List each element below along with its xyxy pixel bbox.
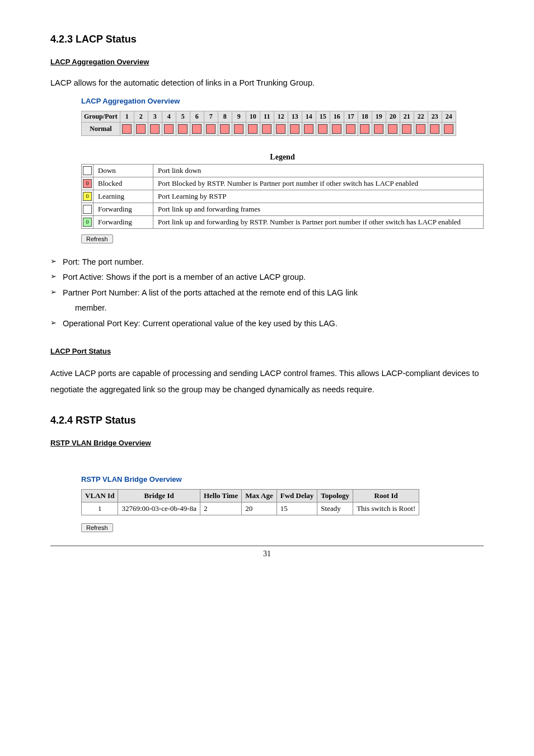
- rstp-cell: 32769:00-03-ce-0b-49-8a: [118, 503, 200, 515]
- para-lacp-port: Active LACP ports are capable of process…: [50, 365, 484, 398]
- bullet-partner-port-l2: member.: [75, 300, 484, 316]
- heading-4-2-3: 4.2.3 LACP Status: [50, 34, 484, 45]
- legend-row: 0ForwardingPort link up and forwarding b…: [82, 215, 484, 228]
- agg-port-hdr: 13: [288, 111, 302, 122]
- legend-state: Forwarding: [93, 203, 153, 215]
- figure-title-agg: LACP Aggregation Overview: [81, 97, 484, 105]
- agg-port-cell: [428, 122, 442, 135]
- rstp-col-hdr: Bridge Id: [118, 490, 200, 503]
- legend-desc: Port link up and forwarding frames: [153, 203, 484, 215]
- rstp-col-hdr: Max Age: [242, 490, 277, 503]
- legend-row: 0LearningPort Learning by RSTP: [82, 190, 484, 203]
- port-status-icon: [318, 124, 327, 134]
- port-status-icon: [360, 124, 369, 134]
- rstp-cell: 15: [277, 503, 317, 515]
- port-status-icon: [178, 124, 188, 134]
- legend-state: Down: [93, 164, 153, 177]
- bullet-partner-port: Partner Port Number: A list of the ports…: [50, 285, 484, 316]
- agg-port-cell: [176, 122, 190, 135]
- agg-port-cell: [330, 122, 344, 135]
- rstp-col-hdr: Topology: [317, 490, 353, 503]
- refresh-button-rstp[interactable]: Refresh: [81, 523, 113, 532]
- agg-port-hdr: 11: [260, 111, 274, 122]
- agg-port-cell: [120, 122, 134, 135]
- agg-port-hdr: 20: [386, 111, 400, 122]
- port-status-icon: [234, 124, 243, 134]
- legend-desc: Port Learning by RSTP: [153, 190, 484, 203]
- port-status-icon: [248, 124, 257, 134]
- legend-swatch-icon: 0: [83, 218, 92, 227]
- agg-port-hdr: 4: [162, 111, 176, 122]
- port-status-icon: [206, 124, 216, 134]
- bullet-list: Port: The port number. Port Active: Show…: [50, 255, 484, 332]
- port-status-icon: [164, 124, 174, 134]
- agg-port-hdr: 14: [302, 111, 316, 122]
- legend-color-cell: 0: [82, 215, 93, 228]
- port-status-icon: [444, 124, 453, 134]
- agg-port-cell: [246, 122, 260, 135]
- port-status-icon: [430, 124, 439, 134]
- rstp-col-hdr: Fwd Delay: [277, 490, 317, 503]
- agg-port-cell: [414, 122, 428, 135]
- bullet-port: Port: The port number.: [50, 255, 484, 270]
- agg-port-cell: [344, 122, 358, 135]
- rstp-cell: Steady: [317, 503, 353, 515]
- port-status-icon: [220, 124, 229, 134]
- agg-port-hdr: 8: [218, 111, 232, 122]
- agg-row-label: Normal: [82, 122, 120, 135]
- refresh-button[interactable]: Refresh: [81, 234, 113, 243]
- rstp-cell: 2: [200, 503, 241, 515]
- rstp-col-hdr: Hello Time: [200, 490, 241, 503]
- agg-port-hdr: 7: [204, 111, 218, 122]
- agg-port-cell: [260, 122, 274, 135]
- agg-port-cell: [162, 122, 176, 135]
- agg-port-hdr: 2: [134, 111, 148, 122]
- agg-overview-table: Group/Port123456789101112131415161718192…: [81, 111, 456, 136]
- legend-swatch-icon: 0: [83, 192, 92, 201]
- legend-swatch-icon: [83, 166, 92, 175]
- agg-port-cell: [218, 122, 232, 135]
- agg-port-hdr: 19: [372, 111, 386, 122]
- agg-port-cell: [358, 122, 372, 135]
- agg-port-hdr: 15: [316, 111, 330, 122]
- legend-color-cell: 0: [82, 190, 93, 203]
- agg-port-hdr: 17: [344, 111, 358, 122]
- legend-color-cell: [82, 164, 93, 177]
- rstp-cell: 20: [242, 503, 277, 515]
- legend-state: Blocked: [93, 177, 153, 190]
- agg-port-hdr: 23: [428, 111, 442, 122]
- port-status-icon: [402, 124, 411, 134]
- port-status-icon: [122, 124, 132, 134]
- bullet-op-port-key: Operational Port Key: Current operationa…: [50, 316, 484, 332]
- port-status-icon: [136, 124, 146, 134]
- agg-port-cell: [302, 122, 316, 135]
- port-status-icon: [332, 124, 341, 134]
- para-lacp-intro: LACP allows for the automatic detection …: [50, 76, 484, 90]
- legend-desc: Port link up and forwarding by RSTP. Num…: [153, 215, 484, 228]
- port-status-icon: [262, 124, 271, 134]
- agg-port-hdr: 5: [176, 111, 190, 122]
- port-status-icon: [374, 124, 383, 134]
- legend-desc: Port Blocked by RSTP. Number is Partner …: [153, 177, 484, 190]
- port-status-icon: [346, 124, 355, 134]
- agg-port-cell: [316, 122, 330, 135]
- rstp-cell: This switch is Root!: [353, 503, 419, 515]
- legend-row: DownPort link down: [82, 164, 484, 177]
- agg-port-hdr: 21: [400, 111, 414, 122]
- agg-port-cell: [204, 122, 218, 135]
- page-number: 31: [50, 550, 484, 558]
- agg-port-hdr: 12: [274, 111, 288, 122]
- heading-4-2-4: 4.2.4 RSTP Status: [50, 415, 484, 426]
- agg-port-cell: [372, 122, 386, 135]
- port-status-icon: [304, 124, 313, 134]
- agg-port-hdr: 9: [232, 111, 246, 122]
- heading-lacp-port-status: LACP Port Status: [50, 347, 484, 355]
- legend-state: Learning: [93, 190, 153, 203]
- agg-port-cell: [442, 122, 456, 135]
- rstp-col-hdr: Root Id: [353, 490, 419, 503]
- legend-row: ForwardingPort link up and forwarding fr…: [82, 203, 484, 215]
- agg-port-hdr: 1: [120, 111, 134, 122]
- port-status-icon: [150, 124, 160, 134]
- figure-title-rstp: RSTP VLAN Bridge Overview: [81, 475, 484, 483]
- agg-port-hdr: 10: [246, 111, 260, 122]
